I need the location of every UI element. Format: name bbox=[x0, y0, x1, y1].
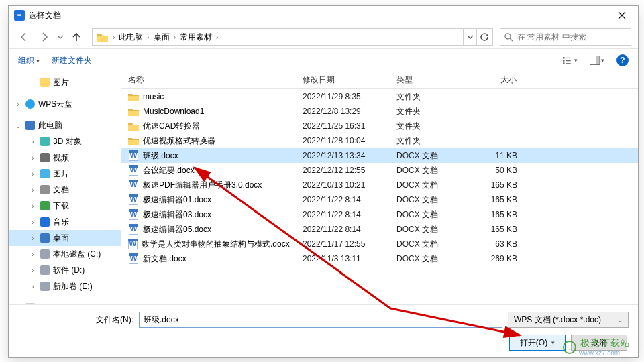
column-type[interactable]: 类型 bbox=[390, 74, 470, 86]
folder-icon bbox=[97, 31, 109, 43]
file-size: 50 KB bbox=[470, 166, 524, 175]
svg-text:W: W bbox=[129, 165, 138, 174]
tree-disk-d[interactable]: ›软件 (D:) bbox=[9, 262, 121, 278]
tree-videos[interactable]: ›视频 bbox=[9, 149, 121, 166]
tree-wps-cloud[interactable]: ›WPS云盘 bbox=[9, 96, 121, 112]
file-row[interactable]: W极速PDF编辑器用户手册3.0.docx2022/10/13 10:21DOC… bbox=[121, 178, 638, 192]
sidebar-tree[interactable]: ›图片 ›WPS云盘 ⌄此电脑 ›3D 对象 ›视频 ›图片 ›文档 ›下载 ›… bbox=[9, 72, 121, 304]
svg-rect-8 bbox=[596, 56, 600, 64]
tree-pictures2[interactable]: ›图片 bbox=[9, 166, 121, 182]
search-input[interactable] bbox=[517, 32, 627, 42]
breadcrumb-desktop[interactable]: 桌面 bbox=[151, 30, 172, 44]
chevron-down-icon: ⌄ bbox=[617, 316, 623, 324]
chevron-right-icon: › bbox=[172, 34, 177, 41]
recent-button[interactable] bbox=[56, 28, 65, 46]
file-modified: 2022/11/28 10:04 bbox=[296, 136, 390, 145]
file-name: MusicDownload1 bbox=[143, 107, 204, 116]
file-type: 文件夹 bbox=[390, 121, 470, 132]
file-pane: 名称 修改日期 类型 大小 music2022/11/29 8:35文件夹Mus… bbox=[121, 72, 638, 304]
filename-label: 文件名(N): bbox=[96, 314, 133, 326]
close-icon bbox=[618, 11, 626, 19]
tree-disk-e[interactable]: ›新加卷 (E:) bbox=[9, 278, 121, 294]
document-icon: W bbox=[128, 150, 139, 161]
up-button[interactable] bbox=[68, 28, 85, 46]
file-row[interactable]: 优速视频格式转换器2022/11/28 10:04文件夹 bbox=[121, 133, 638, 148]
file-row[interactable]: W数学是人类对事物的抽象结构与模式.docx2022/11/17 12:55DO… bbox=[121, 237, 638, 251]
file-type: DOCX 文档 bbox=[390, 165, 470, 176]
breadcrumb-thispc[interactable]: 此电脑 bbox=[116, 30, 146, 44]
folder-icon bbox=[128, 91, 139, 102]
file-list[interactable]: music2022/11/29 8:35文件夹MusicDownload1202… bbox=[121, 89, 638, 304]
file-name: 极速编辑器03.docx bbox=[143, 209, 211, 221]
file-modified: 2022/11/22 8:14 bbox=[296, 195, 390, 204]
back-button[interactable] bbox=[15, 28, 33, 46]
app-icon: ≡ bbox=[14, 10, 25, 21]
file-row[interactable]: W新文档.docx2022/11/3 13:11DOCX 文档269 KB bbox=[121, 251, 638, 266]
tree-music[interactable]: ›音乐 bbox=[9, 214, 121, 230]
refresh-button[interactable] bbox=[476, 29, 491, 45]
file-size: 165 KB bbox=[470, 195, 524, 204]
cancel-button[interactable]: 取消 bbox=[571, 335, 627, 351]
preview-pane-button[interactable]: ▾ bbox=[590, 53, 604, 68]
document-icon: W bbox=[128, 165, 139, 176]
breadcrumb-dropdown[interactable] bbox=[463, 29, 476, 45]
document-icon: W bbox=[128, 239, 138, 249]
chevron-down-icon bbox=[57, 34, 64, 40]
file-row[interactable]: W班级.docx2022/12/13 13:34DOCX 文档11 KB bbox=[121, 148, 638, 163]
document-icon: W bbox=[128, 209, 139, 220]
file-size: 165 KB bbox=[470, 225, 524, 234]
file-row[interactable]: 优速CAD转换器2022/11/25 16:31文件夹 bbox=[121, 119, 638, 133]
file-name: 会议纪要.docx bbox=[143, 165, 195, 176]
arrow-up-icon bbox=[71, 32, 82, 42]
filename-input[interactable] bbox=[139, 312, 502, 328]
column-name[interactable]: 名称 bbox=[121, 74, 296, 86]
tree-thispc[interactable]: ⌄此电脑 bbox=[9, 117, 121, 133]
tree-3d-objects[interactable]: ›3D 对象 bbox=[9, 133, 121, 149]
file-modified: 2022/10/13 10:21 bbox=[296, 180, 390, 190]
file-type: DOCX 文档 bbox=[390, 239, 470, 250]
file-type: 文件夹 bbox=[390, 91, 470, 103]
svg-text:W: W bbox=[129, 209, 138, 219]
file-modified: 2022/11/17 12:55 bbox=[296, 239, 390, 249]
file-type: 文件夹 bbox=[390, 135, 470, 147]
breadcrumb-folder[interactable]: 常用素材 bbox=[177, 30, 215, 44]
file-row[interactable]: W极速编辑器01.docx2022/11/22 8:14DOCX 文档165 K… bbox=[121, 192, 638, 207]
file-name: 极速编辑器05.docx bbox=[143, 224, 211, 235]
file-size: 269 KB bbox=[470, 254, 524, 263]
file-row[interactable]: W会议纪要.docx2022/12/12 12:55DOCX 文档50 KB bbox=[121, 163, 638, 178]
search-box[interactable] bbox=[500, 28, 631, 46]
open-button[interactable]: 打开(O)▾ bbox=[509, 335, 566, 351]
tree-network[interactable]: ›网络 bbox=[9, 300, 121, 304]
forward-button[interactable] bbox=[36, 28, 53, 46]
column-size[interactable]: 大小 bbox=[470, 74, 524, 86]
file-open-dialog: ≡ 选择文档 › 此电脑 › 桌面 › 常用素材 › bbox=[8, 5, 639, 358]
file-type-filter[interactable]: WPS 文档 (*.docx *.doc) ⌄ bbox=[508, 312, 629, 328]
organize-menu[interactable]: 组织 bbox=[18, 55, 40, 66]
view-mode-button[interactable]: ▾ bbox=[563, 53, 578, 68]
tree-desktop[interactable]: ›桌面 bbox=[9, 230, 121, 246]
tree-downloads[interactable]: ›下载 bbox=[9, 198, 121, 214]
view-list-icon bbox=[563, 56, 573, 65]
breadcrumb[interactable]: › 此电脑 › 桌面 › 常用素材 › bbox=[92, 28, 493, 46]
file-modified: 2022/12/13 13:34 bbox=[296, 151, 390, 160]
column-headers[interactable]: 名称 修改日期 类型 大小 bbox=[121, 72, 638, 89]
tree-pictures[interactable]: ›图片 bbox=[9, 74, 121, 90]
file-row[interactable]: W极速编辑器05.docx2022/11/22 8:14DOCX 文档165 K… bbox=[121, 222, 638, 237]
file-row[interactable]: music2022/11/29 8:35文件夹 bbox=[121, 89, 638, 104]
svg-rect-1 bbox=[563, 57, 565, 59]
help-button[interactable]: ? bbox=[616, 54, 629, 66]
file-row[interactable]: MusicDownload12022/12/8 13:29文件夹 bbox=[121, 104, 638, 119]
svg-rect-6 bbox=[566, 63, 571, 64]
close-button[interactable] bbox=[608, 6, 635, 25]
file-type: 文件夹 bbox=[390, 106, 470, 117]
svg-text:W: W bbox=[129, 180, 138, 189]
svg-rect-2 bbox=[566, 58, 571, 58]
column-modified[interactable]: 修改日期 bbox=[296, 74, 390, 86]
svg-rect-4 bbox=[566, 60, 571, 61]
file-type: DOCX 文档 bbox=[390, 209, 470, 221]
new-folder-button[interactable]: 新建文件夹 bbox=[52, 55, 92, 66]
file-row[interactable]: W极速编辑器03.docx2022/11/22 8:14DOCX 文档165 K… bbox=[121, 207, 638, 222]
tree-disk-c[interactable]: ›本地磁盘 (C:) bbox=[9, 246, 121, 262]
tree-documents[interactable]: ›文档 bbox=[9, 182, 121, 198]
file-modified: 2022/11/22 8:14 bbox=[296, 225, 390, 234]
